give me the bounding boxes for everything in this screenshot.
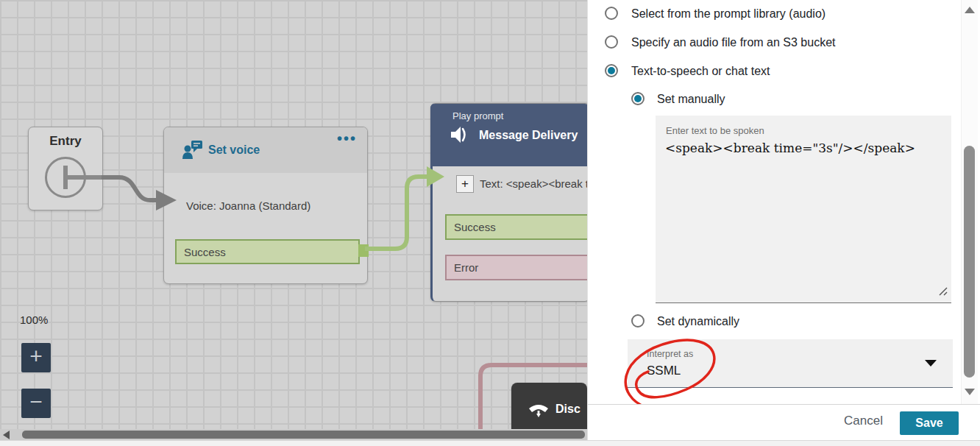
block-menu-dots-icon[interactable]: •••: [337, 130, 357, 147]
speech-text-field[interactable]: Enter text to be spoken <speak><break ti…: [656, 116, 951, 303]
interpret-as-dropdown[interactable]: Interpret as SSML: [628, 339, 953, 388]
chevron-down-icon: [925, 360, 937, 367]
play-prompt-category: Play prompt: [452, 110, 503, 121]
horizontal-scrollbar-thumb[interactable]: [22, 431, 585, 439]
radio-s3-bucket[interactable]: [605, 35, 618, 49]
set-voice-icon: [182, 139, 204, 164]
prompt-settings-panel: Select from the prompt library (audio) S…: [587, 0, 980, 440]
scroll-left-arrow-icon[interactable]: [3, 431, 10, 439]
interpret-as-value: SSML: [647, 364, 681, 378]
radio-set-dynamically[interactable]: [631, 314, 645, 328]
option-set-dynamically-label[interactable]: Set dynamically: [657, 315, 739, 328]
set-voice-title: Set voice: [208, 144, 260, 157]
resize-handle-icon[interactable]: [938, 286, 948, 299]
panel-footer: Cancel Save: [588, 404, 980, 440]
radio-text-to-speech[interactable]: [605, 64, 618, 77]
save-button[interactable]: Save: [900, 411, 959, 435]
page-bottom-strip: [0, 440, 980, 446]
play-prompt-error-output[interactable]: Error: [445, 255, 589, 280]
cancel-button[interactable]: Cancel: [844, 414, 883, 428]
speech-text-field-label: Enter text to be spoken: [666, 125, 764, 136]
radio-set-manually[interactable]: [631, 92, 645, 105]
option-set-manually-label[interactable]: Set manually: [657, 93, 725, 105]
option-prompt-library-label[interactable]: Select from the prompt library (audio): [631, 7, 825, 20]
entry-block-title: Entry: [29, 134, 102, 149]
success-connector-handle[interactable]: [358, 244, 369, 257]
canvas-horizontal-scrollbar[interactable]: [0, 429, 587, 440]
zoom-level-label: 100%: [20, 314, 48, 326]
interpret-as-label: Interpret as: [647, 349, 693, 359]
disconnect-title: Disc: [555, 403, 580, 416]
set-voice-success-output[interactable]: Success: [175, 239, 360, 264]
speaker-icon: [450, 126, 471, 146]
expand-text-button[interactable]: +: [456, 175, 474, 193]
set-voice-detail: Voice: Joanna (Standard): [186, 199, 310, 212]
speech-text-input[interactable]: <speak><break time="3s"/></speak>: [665, 141, 944, 291]
option-text-to-speech-label[interactable]: Text-to-speech or chat text: [631, 65, 770, 77]
play-prompt-title: Message Delivery: [479, 129, 578, 142]
zoom-in-button[interactable]: +: [21, 343, 51, 372]
entry-connector-stub: [65, 175, 102, 180]
radio-prompt-library[interactable]: [605, 7, 618, 20]
zoom-out-button[interactable]: −: [21, 389, 51, 418]
play-prompt-detail: Text: <speak><break ti: [480, 177, 590, 190]
scroll-up-arrow-icon[interactable]: [965, 7, 975, 13]
option-s3-bucket-label[interactable]: Specify an audio file from an S3 bucket: [631, 36, 836, 49]
entry-block[interactable]: Entry: [28, 127, 103, 210]
set-voice-block[interactable]: Set voice ••• Voice: Joanna (Standard) S…: [163, 127, 368, 284]
panel-vertical-scrollbar[interactable]: [961, 0, 978, 404]
play-prompt-success-output[interactable]: Success: [445, 214, 589, 240]
hang-up-phone-icon: [528, 401, 551, 423]
scroll-down-arrow-icon[interactable]: [965, 389, 975, 395]
play-prompt-block[interactable]: Play prompt Message Delivery + Text: <sp…: [430, 103, 590, 302]
vertical-scrollbar-thumb[interactable]: [964, 146, 975, 378]
